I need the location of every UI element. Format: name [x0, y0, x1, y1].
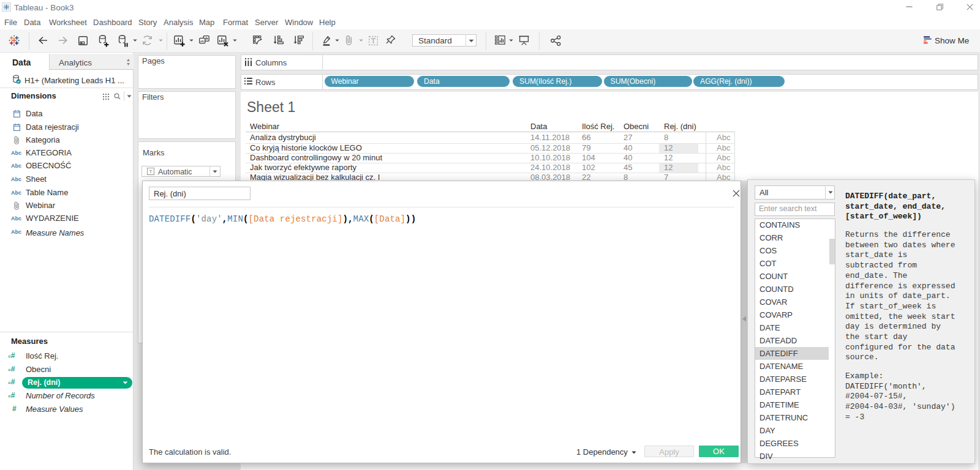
svg-text:T: T: [149, 169, 153, 174]
